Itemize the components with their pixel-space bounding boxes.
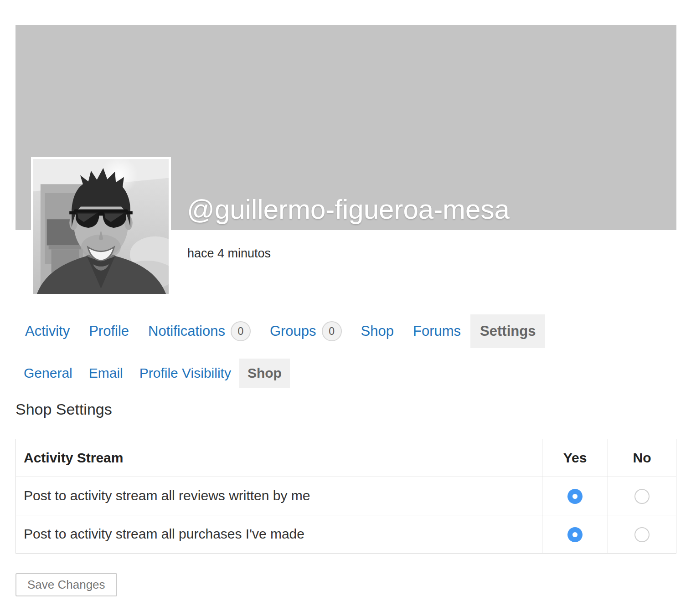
column-header-yes: Yes bbox=[542, 439, 608, 477]
nav-tab-notifications[interactable]: Notifications 0 bbox=[139, 314, 260, 348]
subnav-tab-shop[interactable]: Shop bbox=[239, 359, 290, 388]
nav-tab-profile[interactable]: Profile bbox=[79, 314, 139, 348]
nav-tab-settings[interactable]: Settings bbox=[470, 314, 545, 348]
nav-tab-forums[interactable]: Forums bbox=[403, 314, 470, 348]
nav-tab-forums-label: Forums bbox=[413, 323, 461, 340]
subnav-tab-shop-label: Shop bbox=[248, 364, 282, 382]
profile-header: @guillermo-figueroa-mesa hace 4 minutos bbox=[15, 25, 676, 314]
notifications-count-badge: 0 bbox=[231, 321, 251, 341]
last-active-text: hace 4 minutos bbox=[187, 246, 271, 261]
nav-tab-activity-label: Activity bbox=[25, 323, 70, 340]
nav-tab-notifications-label: Notifications bbox=[148, 323, 225, 340]
username: @guillermo-figueroa-mesa bbox=[187, 196, 510, 223]
avatar-illustration bbox=[33, 159, 169, 294]
subnav-tab-profile-visibility-label: Profile Visibility bbox=[139, 364, 231, 382]
subnav-tab-email[interactable]: Email bbox=[81, 359, 131, 388]
groups-count-badge: 0 bbox=[322, 321, 342, 341]
nav-tab-shop[interactable]: Shop bbox=[351, 314, 403, 348]
radio-purchases-yes[interactable] bbox=[567, 527, 583, 542]
setting-row-purchases: Post to activity stream all purchases I'… bbox=[16, 515, 676, 553]
nav-tab-groups[interactable]: Groups 0 bbox=[260, 314, 351, 348]
nav-tab-shop-label: Shop bbox=[361, 323, 394, 340]
save-changes-button[interactable]: Save Changes bbox=[15, 573, 117, 596]
settings-sub-nav: General Email Profile Visibility Shop bbox=[15, 359, 676, 388]
radio-reviews-yes[interactable] bbox=[567, 489, 583, 504]
profile-main-nav: Activity Profile Notifications 0 Groups … bbox=[15, 314, 676, 348]
avatar-photo bbox=[31, 157, 171, 296]
subnav-tab-general-label: General bbox=[24, 364, 72, 382]
subnav-tab-general[interactable]: General bbox=[15, 359, 81, 388]
subnav-tab-profile-visibility[interactable]: Profile Visibility bbox=[131, 359, 239, 388]
subnav-tab-email-label: Email bbox=[89, 364, 123, 382]
nav-tab-activity[interactable]: Activity bbox=[15, 314, 79, 348]
column-header-no: No bbox=[608, 439, 676, 477]
shop-settings-table: Activity Stream Yes No Post to activity … bbox=[15, 439, 676, 554]
table-header-activity-stream: Activity Stream bbox=[16, 439, 542, 477]
setting-label-purchases: Post to activity stream all purchases I'… bbox=[16, 515, 542, 553]
radio-purchases-no[interactable] bbox=[634, 527, 650, 542]
nav-tab-settings-label: Settings bbox=[480, 323, 536, 340]
setting-label-reviews: Post to activity stream all reviews writ… bbox=[16, 477, 542, 515]
setting-row-reviews: Post to activity stream all reviews writ… bbox=[16, 477, 676, 515]
page-container: @guillermo-figueroa-mesa hace 4 minutos … bbox=[15, 25, 676, 596]
table-header-row: Activity Stream Yes No bbox=[16, 439, 676, 477]
nav-tab-profile-label: Profile bbox=[89, 323, 129, 340]
page-title: Shop Settings bbox=[15, 400, 676, 418]
nav-tab-groups-label: Groups bbox=[270, 323, 316, 340]
radio-reviews-no[interactable] bbox=[634, 489, 650, 504]
